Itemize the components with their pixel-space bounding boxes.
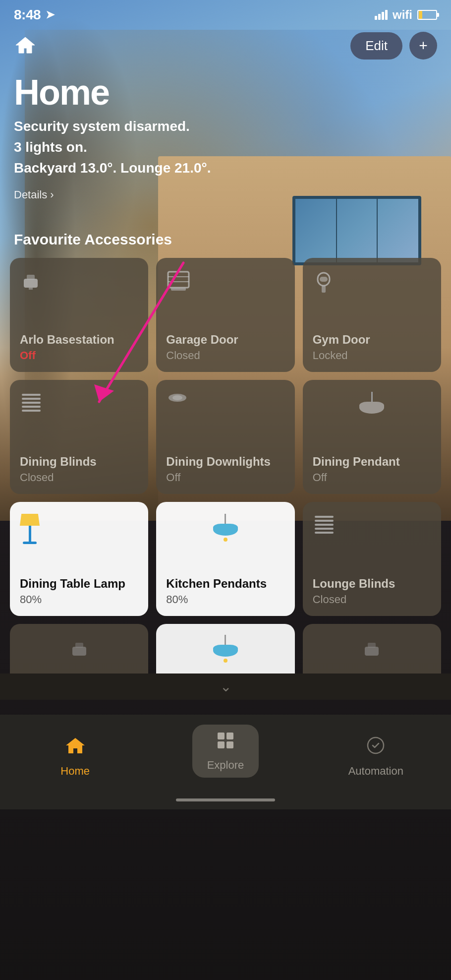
tile-dining-lamp[interactable]: Dining Table Lamp 80% [10, 502, 148, 616]
explore-nav-label: Explore [207, 759, 244, 772]
top-right-buttons: Edit + [350, 32, 437, 60]
dining-downlights-icon [166, 392, 284, 410]
svg-rect-15 [22, 406, 41, 408]
preview-tile-1 [10, 624, 148, 674]
status-right: wifi [375, 8, 437, 22]
automation-nav-icon [365, 735, 387, 761]
title-section: Home Security system disarmed. 3 lights … [0, 64, 451, 201]
dining-pendant-status: Off [313, 471, 431, 484]
home-nav-icon [64, 735, 86, 761]
svg-rect-26 [365, 647, 379, 656]
kitchen-pendants-status: 80% [166, 593, 284, 606]
svg-rect-12 [22, 394, 41, 396]
svg-rect-22 [315, 528, 334, 530]
add-button[interactable]: + [409, 32, 437, 60]
tile-garage[interactable]: Garage Door Closed [156, 258, 294, 372]
tile-dining-pendant[interactable]: Dining Pendant Off [303, 380, 441, 494]
tile-kitchen-pendants[interactable]: Kitchen Pendants 80% [156, 502, 294, 616]
status-bar: 8:48 ➤ wifi [0, 0, 451, 27]
tile-dining-blinds[interactable]: Dining Blinds Closed [10, 380, 148, 494]
home-indicator [0, 793, 451, 809]
explore-nav-icon [216, 731, 235, 755]
lounge-blinds-name: Lounge Blinds [313, 576, 431, 591]
svg-rect-4 [29, 288, 33, 290]
kitchen-pendants-name: Kitchen Pendants [166, 576, 284, 591]
temperature-status: Backyard 13.0°. Lounge 21.0°. [14, 158, 437, 179]
wifi-icon: wifi [393, 8, 412, 22]
preview-tile-3 [303, 624, 441, 674]
nav-home[interactable]: Home [0, 735, 150, 778]
arlo-status: Off [20, 349, 138, 362]
dining-pendant-icon [313, 392, 431, 414]
signal-icon [375, 10, 388, 20]
garage-name: Garage Door [166, 332, 284, 347]
gym-icon [313, 270, 431, 296]
dining-lamp-icon [20, 514, 138, 544]
svg-rect-25 [75, 643, 83, 648]
svg-point-18 [172, 395, 182, 400]
battery-fill [419, 11, 422, 19]
home-icon-button[interactable] [14, 34, 37, 57]
home-indicator-bar [176, 798, 275, 801]
status-time: 8:48 [14, 7, 41, 23]
svg-rect-29 [226, 733, 233, 739]
tile-lounge-blinds[interactable]: Lounge Blinds Closed [303, 502, 441, 616]
nav-explore[interactable]: Explore [150, 725, 300, 778]
tile-gym[interactable]: Gym Door Locked [303, 258, 441, 372]
dining-blinds-name: Dining Blinds [20, 454, 138, 469]
bottom-navigation: Home Explore Automation [0, 715, 451, 793]
svg-rect-30 [218, 741, 225, 748]
arlo-name: Arlo Basestation [20, 332, 138, 347]
svg-rect-23 [315, 532, 334, 534]
favourites-text: Favourite Accessories [14, 231, 172, 247]
dining-blinds-status: Closed [20, 471, 138, 484]
kitchen-pendants-icon [166, 514, 284, 542]
svg-rect-13 [22, 398, 41, 400]
svg-rect-5 [168, 272, 189, 288]
security-status: Security system disarmed. [14, 116, 437, 137]
dining-downlights-name: Dining Downlights [166, 454, 284, 469]
lounge-blinds-icon [313, 514, 431, 538]
preview-tile-2 [156, 624, 294, 674]
gym-name: Gym Door [313, 332, 431, 347]
svg-rect-31 [226, 741, 233, 748]
nav-automation[interactable]: Automation [301, 735, 451, 778]
svg-rect-21 [315, 524, 334, 526]
automation-nav-label: Automation [348, 765, 403, 778]
tile-arlo[interactable]: Arlo Basestation Off [10, 258, 148, 372]
svg-rect-3 [27, 275, 35, 280]
svg-rect-8 [171, 288, 186, 291]
edit-button[interactable]: Edit [350, 32, 402, 60]
svg-rect-20 [315, 520, 334, 522]
svg-rect-24 [72, 647, 86, 656]
favourites-section-label: Favourite Accessories [0, 201, 451, 258]
preview-row [0, 624, 451, 674]
svg-rect-2 [24, 279, 38, 288]
dining-pendant-name: Dining Pendant [313, 454, 431, 469]
garage-status: Closed [166, 349, 284, 362]
home-summary: Security system disarmed. 3 lights on. B… [14, 116, 437, 179]
svg-rect-11 [322, 286, 326, 293]
svg-rect-19 [315, 516, 334, 518]
battery-icon [417, 10, 437, 20]
tile-dining-downlights[interactable]: Dining Downlights Off [156, 380, 294, 494]
page-title: Home [14, 74, 437, 110]
location-icon: ➤ [46, 8, 55, 21]
svg-point-32 [368, 737, 384, 753]
scroll-hint: ⌄ [0, 674, 451, 700]
lights-status: 3 lights on. [14, 137, 437, 158]
gym-status: Locked [313, 349, 431, 362]
top-navigation: Edit + [0, 27, 451, 64]
svg-rect-14 [22, 402, 41, 404]
home-nav-label: Home [60, 765, 90, 778]
explore-button[interactable]: Explore [192, 725, 259, 778]
svg-rect-10 [320, 277, 328, 282]
svg-rect-28 [218, 733, 225, 739]
dining-lamp-status: 80% [20, 593, 138, 606]
accessories-grid: Arlo Basestation Off Garage Door Closed [0, 258, 451, 616]
svg-rect-27 [368, 643, 376, 648]
garage-icon [166, 270, 284, 294]
arlo-icon [20, 270, 138, 297]
details-link[interactable]: Details › [14, 188, 437, 201]
svg-rect-16 [22, 410, 41, 412]
